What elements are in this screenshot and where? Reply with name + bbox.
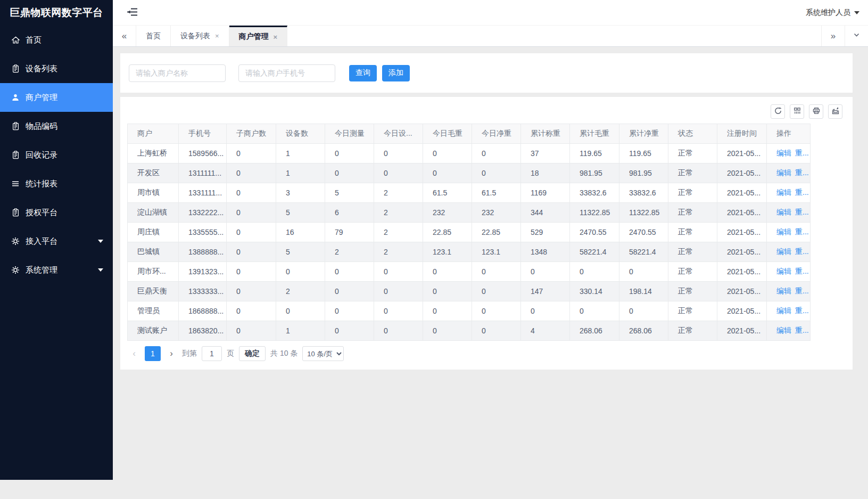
- table-cell: 正常: [668, 321, 717, 341]
- edit-link[interactable]: 编辑: [776, 208, 791, 216]
- edit-link[interactable]: 编辑: [776, 227, 791, 236]
- page-size-select[interactable]: 10 条/页: [302, 346, 344, 361]
- sidebar-item-statistics-report[interactable]: 统计报表: [0, 169, 113, 198]
- next-page-button[interactable]: ›: [166, 346, 177, 361]
- tab-device-list[interactable]: 设备列表×: [171, 26, 229, 46]
- tab-home[interactable]: 首页: [136, 26, 171, 46]
- table-cell: 周市环...: [128, 262, 179, 282]
- table-cell: 管理员: [128, 301, 179, 321]
- reset-link[interactable]: 重...: [795, 247, 809, 256]
- table-cell-actions: 编辑重...: [767, 203, 811, 223]
- table-cell: 1: [276, 321, 325, 341]
- sidebar-item-authorization-platform[interactable]: 授权平台: [0, 198, 113, 227]
- sidebar-item-recycle-records[interactable]: 回收记录: [0, 141, 113, 169]
- table-cell: 2470.55: [619, 223, 668, 242]
- edit-link[interactable]: 编辑: [776, 247, 791, 256]
- home-icon: [11, 36, 20, 44]
- table-cell: 0: [325, 163, 374, 183]
- table-cell: 0: [227, 242, 276, 262]
- edit-link[interactable]: 编辑: [776, 306, 791, 315]
- table-cell-actions: 编辑重...: [767, 282, 811, 301]
- query-button[interactable]: 查询: [349, 65, 377, 81]
- sidebar-item-access-platform[interactable]: 接入平台: [0, 227, 113, 256]
- column-header: 累计称重: [521, 124, 570, 144]
- user-menu[interactable]: 系统维护人员: [806, 8, 859, 18]
- table-cell: 巴城镇: [128, 242, 179, 262]
- table-cell: 5: [276, 242, 325, 262]
- reset-link[interactable]: 重...: [795, 227, 809, 236]
- edit-link[interactable]: 编辑: [776, 267, 791, 275]
- table-cell: 1332222...: [179, 203, 227, 223]
- sidebar-item-device-list[interactable]: 设备列表: [0, 54, 113, 83]
- refresh-icon: [774, 107, 782, 117]
- table-cell: 123.1: [472, 242, 521, 262]
- reset-link[interactable]: 重...: [795, 168, 809, 177]
- column-header: 手机号: [179, 124, 227, 144]
- chevron-down-icon: [98, 268, 103, 272]
- merchant-name-input[interactable]: [129, 64, 226, 82]
- table-cell: 2470.55: [570, 223, 619, 242]
- table-header-row: 商户手机号子商户数设备数今日测量今日设...今日毛重今日净重累计称重累计毛重累计…: [128, 124, 811, 144]
- table-cell: 0: [227, 262, 276, 282]
- table-cell: 正常: [668, 144, 717, 163]
- edit-link[interactable]: 编辑: [776, 326, 791, 334]
- column-header: 今日净重: [472, 124, 521, 144]
- table-cell: 0: [227, 183, 276, 203]
- close-icon[interactable]: ×: [215, 32, 219, 39]
- refresh-button[interactable]: [771, 104, 785, 119]
- table-cell: 0: [276, 262, 325, 282]
- edit-link[interactable]: 编辑: [776, 188, 791, 197]
- table-cell: 0: [374, 144, 423, 163]
- tabs-scroll-right-button[interactable]: »: [821, 26, 845, 46]
- sidebar-item-home[interactable]: 首页: [0, 26, 113, 54]
- reset-link[interactable]: 重...: [795, 287, 809, 295]
- column-header: 子商户数: [227, 124, 276, 144]
- chevron-left-icon: ‹: [133, 348, 136, 359]
- table-cell: 2021-05...: [717, 203, 767, 223]
- table-cell: 18: [521, 163, 570, 183]
- table-cell: 0: [374, 163, 423, 183]
- page-number-button[interactable]: 1: [145, 346, 161, 361]
- table-cell: 123.1: [423, 242, 472, 262]
- table-cell: 0: [423, 144, 472, 163]
- sidebar-item-label: 设备列表: [26, 64, 57, 74]
- table-cell: 2: [276, 282, 325, 301]
- collapse-sidebar-button[interactable]: [127, 7, 138, 18]
- sidebar-item-merchant-management[interactable]: 商户管理: [0, 83, 113, 112]
- confirm-page-button[interactable]: 确定: [239, 346, 266, 361]
- tab-merchant-management[interactable]: 商户管理×: [229, 26, 288, 46]
- sidebar-item-system-management[interactable]: 系统管理: [0, 256, 113, 284]
- columns-settings-button[interactable]: [790, 104, 804, 119]
- goto-label: 到第: [182, 349, 197, 358]
- tabs-menu-button[interactable]: [845, 26, 868, 46]
- table-cell-actions: 编辑重...: [767, 242, 811, 262]
- tabs-scroll-left-button[interactable]: «: [113, 26, 136, 46]
- add-button[interactable]: 添加: [382, 65, 410, 81]
- merchant-phone-input[interactable]: [238, 64, 335, 82]
- table-cell: 0: [472, 321, 521, 341]
- reset-link[interactable]: 重...: [795, 208, 809, 216]
- table-cell-actions: 编辑重...: [767, 321, 811, 341]
- reset-link[interactable]: 重...: [795, 267, 809, 275]
- table-cell: 58221.4: [619, 242, 668, 262]
- edit-link[interactable]: 编辑: [776, 168, 791, 177]
- table-cell: 0: [276, 301, 325, 321]
- edit-link[interactable]: 编辑: [776, 287, 791, 295]
- table-cell: 0: [423, 321, 472, 341]
- search-panel: 查询 添加: [120, 53, 853, 93]
- close-icon[interactable]: ×: [274, 34, 278, 40]
- prev-page-button[interactable]: ‹: [128, 346, 140, 361]
- table-row: 巨鼎天衡1333333...020000147330.14198.14正常202…: [128, 282, 811, 301]
- sidebar-item-item-code[interactable]: 物品编码: [0, 112, 113, 141]
- reset-link[interactable]: 重...: [795, 306, 809, 315]
- edit-link[interactable]: 编辑: [776, 149, 791, 157]
- goto-page-input[interactable]: [202, 346, 222, 361]
- table-cell: 0: [325, 301, 374, 321]
- reset-link[interactable]: 重...: [795, 188, 809, 197]
- reset-link[interactable]: 重...: [795, 326, 809, 334]
- export-button[interactable]: [828, 104, 842, 119]
- clipboard-icon: [11, 208, 20, 217]
- table-cell: 1333333...: [179, 282, 227, 301]
- reset-link[interactable]: 重...: [795, 149, 809, 157]
- print-button[interactable]: [809, 104, 823, 119]
